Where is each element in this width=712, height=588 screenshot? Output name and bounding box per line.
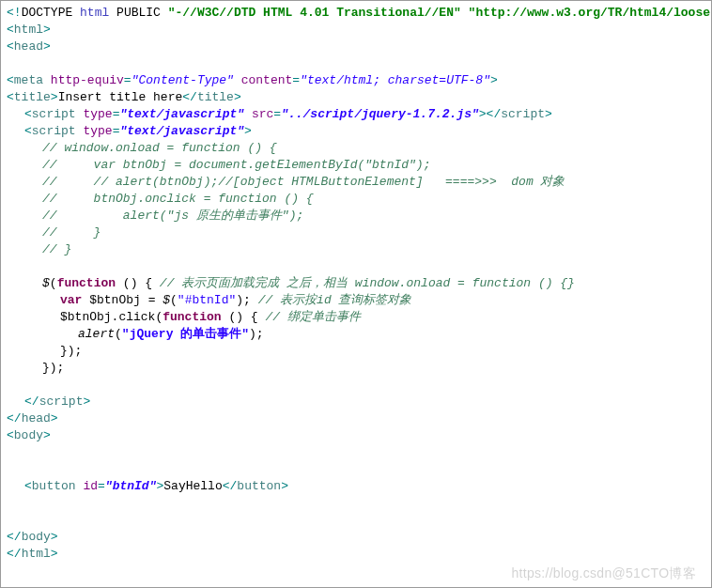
head-open: <head>: [7, 39, 705, 55]
comment-line: // // alert(btnObj);//[object HTMLButton…: [42, 175, 565, 189]
comment-line: // alert("js 原生的单击事件");: [42, 209, 303, 223]
close-brace: });: [42, 361, 64, 375]
blank-line: [7, 258, 705, 275]
comment-line: // }: [42, 225, 101, 240]
doctype-line: <!DOCTYPE html PUBLIC "-//W3C//DTD HTML …: [7, 5, 705, 22]
blank-line: [7, 461, 705, 478]
button-line: <button id="btnId">SayHello</button>: [7, 478, 705, 495]
code-block: <!DOCTYPE html PUBLIC "-//W3C//DTD HTML …: [0, 0, 712, 588]
title-line: <title>Insert title here</title>: [7, 89, 705, 106]
html-close: </html>: [7, 546, 705, 563]
comment-line: // btnObj.onclick = function () {: [42, 192, 314, 206]
blank-line: [7, 55, 705, 72]
jq-click: $btnObj.click(function () { // 绑定单击事件: [7, 309, 705, 326]
body-open: <body>: [7, 427, 705, 444]
jq-ready: $(function () { // 表示页面加载完成 之后，相当 window…: [7, 275, 705, 292]
meta-line: <meta http-equiv="Content-Type" content=…: [7, 72, 705, 89]
script2-close: </script>: [7, 394, 705, 410]
body-close: </body>: [7, 529, 705, 546]
close-brace: });: [60, 344, 82, 358]
watermark: https://blog.csdn@51CTO博客: [511, 565, 696, 581]
script2-open: <script type="text/javascript">: [7, 123, 705, 140]
lt: <: [7, 6, 14, 20]
blank-line: [7, 495, 705, 512]
jq-select: var $btnObj = $("#btnId"); // 表示按id 查询标签…: [7, 292, 705, 309]
head-close: </head>: [7, 410, 705, 427]
html-open: <html>: [7, 22, 705, 39]
comment-line: // window.onload = function () {: [42, 141, 277, 155]
script1-line: <script type="text/javascript" src="../s…: [7, 106, 705, 123]
comment-line: // var btnObj = document.getElementById(…: [42, 158, 430, 172]
blank-line: [7, 444, 705, 461]
blank-line: [7, 512, 705, 529]
jq-alert: alert("jQuery 的单击事件");: [7, 326, 705, 343]
blank-line: [7, 377, 705, 394]
comment-line: // }: [42, 242, 71, 256]
